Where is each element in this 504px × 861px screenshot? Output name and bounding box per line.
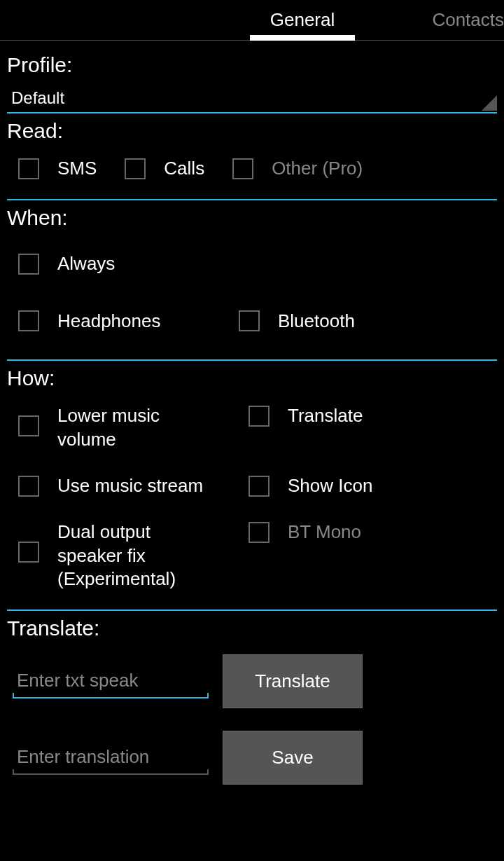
when-bluetooth-item: Bluetooth	[227, 293, 497, 350]
content-area: Profile: Default Read: SMS Calls Other (…	[0, 41, 504, 803]
when-bluetooth-checkbox[interactable]	[239, 310, 260, 331]
how-show-icon-label: Show Icon	[288, 474, 372, 498]
translation-input[interactable]	[13, 741, 209, 775]
when-always-checkbox[interactable]	[18, 254, 39, 275]
when-bluetooth-label: Bluetooth	[278, 310, 355, 333]
how-dual-output-label: Dual output speaker fix (Experimental)	[57, 521, 211, 591]
when-headphones-checkbox[interactable]	[18, 310, 39, 331]
tab-spacer	[0, 12, 202, 29]
tab-bar: General Contacts	[0, 0, 504, 41]
tab-general[interactable]: General	[202, 1, 403, 39]
when-label: When:	[7, 206, 497, 230]
how-show-icon-checkbox[interactable]	[248, 476, 270, 497]
read-other-checkbox	[232, 158, 253, 179]
how-options: Lower music volume Translate Use music s…	[7, 393, 497, 602]
how-music-stream-label: Use music stream	[57, 474, 203, 498]
read-calls-checkbox[interactable]	[125, 158, 146, 179]
profile-label: Profile:	[7, 53, 497, 77]
divider	[7, 199, 497, 200]
how-translate-label: Translate	[288, 404, 363, 428]
how-translate-checkbox[interactable]	[248, 406, 270, 427]
translation-row: Save	[7, 719, 497, 796]
how-translate-item: Translate	[237, 393, 363, 463]
how-music-stream-checkbox[interactable]	[18, 476, 39, 497]
how-lower-music-checkbox[interactable]	[18, 415, 39, 436]
read-calls-label: Calls	[164, 157, 204, 181]
read-other-label: Other (Pro)	[272, 157, 363, 181]
how-show-icon-item: Show Icon	[237, 463, 372, 509]
how-lower-music-label: Lower music volume	[57, 404, 211, 452]
read-sms-label: SMS	[57, 157, 97, 181]
read-options: SMS Calls Other (Pro)	[7, 146, 497, 192]
read-sms-item: SMS	[7, 157, 113, 181]
when-always-item: Always	[7, 235, 497, 293]
when-headphones-item: Headphones	[7, 293, 227, 350]
read-sms-checkbox[interactable]	[18, 158, 39, 179]
divider	[7, 609, 497, 611]
how-bt-mono-label: BT Mono	[288, 521, 361, 544]
txt-speak-input-wrap	[13, 664, 209, 698]
translate-section-label: Translate:	[7, 617, 497, 640]
how-dual-output-checkbox[interactable]	[18, 542, 39, 563]
profile-spinner[interactable]: Default	[7, 80, 497, 113]
how-lower-music-item: Lower music volume	[7, 393, 237, 463]
read-other-item: Other (Pro)	[221, 157, 363, 181]
when-headphones-label: Headphones	[57, 310, 160, 333]
how-music-stream-item: Use music stream	[7, 463, 237, 509]
translation-input-wrap	[13, 741, 209, 775]
divider	[7, 359, 497, 361]
tab-contacts[interactable]: Contacts	[403, 1, 504, 39]
how-label: How:	[7, 366, 497, 390]
translate-button[interactable]: Translate	[223, 654, 363, 708]
txt-speak-row: Translate	[7, 643, 497, 719]
how-dual-output-item: Dual output speaker fix (Experimental)	[7, 509, 237, 602]
save-button[interactable]: Save	[223, 731, 363, 785]
txt-speak-input[interactable]	[13, 664, 209, 698]
when-options: Always Headphones Bluetooth	[7, 233, 497, 353]
how-bt-mono-item: BT Mono	[237, 509, 361, 602]
read-label: Read:	[7, 119, 497, 143]
read-calls-item: Calls	[113, 157, 221, 181]
when-always-label: Always	[57, 252, 115, 276]
how-bt-mono-checkbox	[248, 522, 270, 543]
